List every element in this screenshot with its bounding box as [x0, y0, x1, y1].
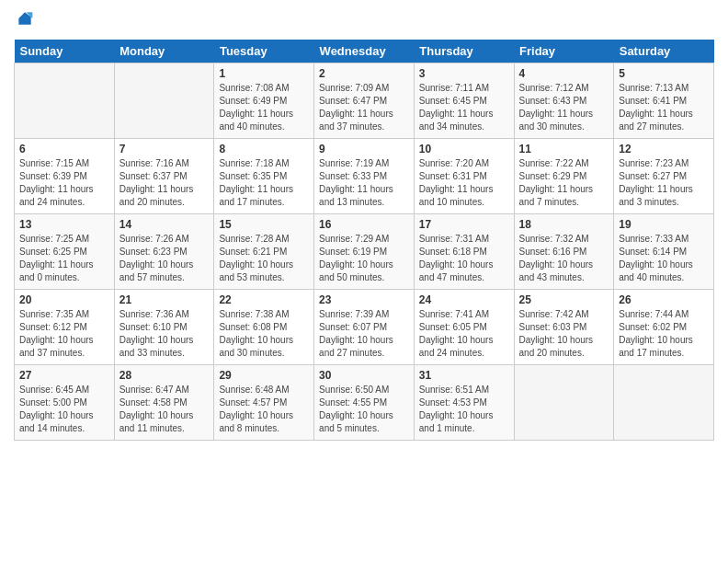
day-info: Sunrise: 7:12 AM Sunset: 6:43 PM Dayligh… [519, 82, 609, 133]
day-info: Sunrise: 7:26 AM Sunset: 6:23 PM Dayligh… [119, 233, 210, 284]
day-number: 23 [319, 293, 409, 306]
calendar-cell: 16Sunrise: 7:29 AM Sunset: 6:19 PM Dayli… [314, 213, 415, 289]
day-info: Sunrise: 7:16 AM Sunset: 6:37 PM Dayligh… [119, 157, 210, 209]
day-info: Sunrise: 7:32 AM Sunset: 6:16 PM Dayligh… [519, 233, 609, 284]
day-number: 12 [619, 143, 709, 155]
day-number: 20 [19, 293, 109, 306]
day-number: 31 [419, 369, 509, 382]
day-number: 27 [19, 369, 109, 382]
logo-line1 [14, 9, 34, 32]
day-info: Sunrise: 7:23 AM Sunset: 6:27 PM Dayligh… [619, 157, 709, 209]
logo-text [14, 9, 34, 32]
calendar-cell: 14Sunrise: 7:26 AM Sunset: 6:23 PM Dayli… [114, 213, 214, 289]
calendar-cell: 19Sunrise: 7:33 AM Sunset: 6:14 PM Dayli… [614, 213, 714, 289]
day-number: 9 [319, 143, 409, 155]
calendar-cell: 17Sunrise: 7:31 AM Sunset: 6:18 PM Dayli… [414, 213, 514, 289]
calendar-cell [514, 364, 614, 440]
day-info: Sunrise: 7:29 AM Sunset: 6:19 PM Dayligh… [319, 233, 409, 284]
day-number: 15 [219, 218, 309, 231]
logo-icon [16, 9, 34, 28]
day-info: Sunrise: 7:08 AM Sunset: 6:49 PM Dayligh… [219, 82, 309, 133]
calendar-week-4: 20Sunrise: 7:35 AM Sunset: 6:12 PM Dayli… [15, 289, 714, 364]
calendar-cell: 8Sunrise: 7:18 AM Sunset: 6:35 PM Daylig… [214, 138, 314, 213]
calendar-cell: 18Sunrise: 7:32 AM Sunset: 6:16 PM Dayli… [514, 213, 614, 289]
day-info: Sunrise: 7:42 AM Sunset: 6:03 PM Dayligh… [519, 308, 609, 360]
day-number: 21 [119, 293, 210, 306]
day-info: Sunrise: 6:47 AM Sunset: 4:58 PM Dayligh… [119, 384, 210, 435]
calendar-cell: 28Sunrise: 6:47 AM Sunset: 4:58 PM Dayli… [114, 364, 214, 440]
day-number: 3 [419, 67, 509, 80]
day-info: Sunrise: 6:48 AM Sunset: 4:57 PM Dayligh… [219, 384, 309, 435]
day-info: Sunrise: 7:41 AM Sunset: 6:05 PM Dayligh… [419, 308, 509, 360]
day-number: 30 [319, 369, 409, 382]
day-info: Sunrise: 6:50 AM Sunset: 4:55 PM Dayligh… [319, 384, 409, 435]
calendar-cell: 23Sunrise: 7:39 AM Sunset: 6:07 PM Dayli… [314, 289, 415, 364]
weekday-header-monday: Monday [114, 40, 214, 63]
day-info: Sunrise: 7:31 AM Sunset: 6:18 PM Dayligh… [419, 233, 509, 284]
day-number: 8 [219, 143, 309, 155]
calendar-week-1: 1Sunrise: 7:08 AM Sunset: 6:49 PM Daylig… [15, 63, 714, 138]
day-number: 16 [319, 218, 409, 231]
day-number: 14 [119, 218, 210, 231]
weekday-header-wednesday: Wednesday [314, 40, 415, 63]
calendar-cell: 9Sunrise: 7:19 AM Sunset: 6:33 PM Daylig… [314, 138, 415, 213]
day-number: 11 [519, 143, 609, 155]
day-number: 22 [219, 293, 309, 306]
weekday-header-thursday: Thursday [414, 40, 514, 63]
calendar-cell: 21Sunrise: 7:36 AM Sunset: 6:10 PM Dayli… [114, 289, 214, 364]
day-number: 18 [519, 218, 609, 231]
calendar-cell: 12Sunrise: 7:23 AM Sunset: 6:27 PM Dayli… [614, 138, 714, 213]
day-number: 28 [119, 369, 210, 382]
calendar-cell: 11Sunrise: 7:22 AM Sunset: 6:29 PM Dayli… [514, 138, 614, 213]
calendar-cell: 13Sunrise: 7:25 AM Sunset: 6:25 PM Dayli… [15, 213, 115, 289]
calendar-cell: 29Sunrise: 6:48 AM Sunset: 4:57 PM Dayli… [214, 364, 314, 440]
weekday-header-row: SundayMondayTuesdayWednesdayThursdayFrid… [15, 40, 714, 63]
day-info: Sunrise: 7:35 AM Sunset: 6:12 PM Dayligh… [19, 308, 109, 360]
day-number: 1 [219, 67, 309, 80]
day-info: Sunrise: 7:36 AM Sunset: 6:10 PM Dayligh… [119, 308, 210, 360]
day-number: 2 [319, 67, 409, 80]
day-info: Sunrise: 7:20 AM Sunset: 6:31 PM Dayligh… [419, 157, 509, 209]
day-info: Sunrise: 7:13 AM Sunset: 6:41 PM Dayligh… [619, 82, 709, 133]
day-number: 19 [619, 218, 709, 231]
day-info: Sunrise: 6:51 AM Sunset: 4:53 PM Dayligh… [419, 384, 509, 435]
day-number: 7 [119, 143, 210, 155]
day-info: Sunrise: 7:28 AM Sunset: 6:21 PM Dayligh… [219, 233, 309, 284]
calendar-cell [614, 364, 714, 440]
day-info: Sunrise: 7:15 AM Sunset: 6:39 PM Dayligh… [19, 157, 109, 209]
day-number: 29 [219, 369, 309, 382]
calendar-cell: 5Sunrise: 7:13 AM Sunset: 6:41 PM Daylig… [614, 63, 714, 138]
calendar-cell: 6Sunrise: 7:15 AM Sunset: 6:39 PM Daylig… [15, 138, 115, 213]
logo [14, 9, 34, 32]
calendar-cell: 31Sunrise: 6:51 AM Sunset: 4:53 PM Dayli… [414, 364, 514, 440]
calendar-cell: 26Sunrise: 7:44 AM Sunset: 6:02 PM Dayli… [614, 289, 714, 364]
day-number: 17 [419, 218, 509, 231]
day-info: Sunrise: 7:19 AM Sunset: 6:33 PM Dayligh… [319, 157, 409, 209]
calendar-cell: 1Sunrise: 7:08 AM Sunset: 6:49 PM Daylig… [214, 63, 314, 138]
day-info: Sunrise: 7:11 AM Sunset: 6:45 PM Dayligh… [419, 82, 509, 133]
calendar-cell: 27Sunrise: 6:45 AM Sunset: 5:00 PM Dayli… [15, 364, 115, 440]
day-info: Sunrise: 7:33 AM Sunset: 6:14 PM Dayligh… [619, 233, 709, 284]
calendar-cell: 4Sunrise: 7:12 AM Sunset: 6:43 PM Daylig… [514, 63, 614, 138]
calendar-week-2: 6Sunrise: 7:15 AM Sunset: 6:39 PM Daylig… [15, 138, 714, 213]
day-number: 5 [619, 67, 709, 80]
calendar-week-5: 27Sunrise: 6:45 AM Sunset: 5:00 PM Dayli… [15, 364, 714, 440]
weekday-header-tuesday: Tuesday [214, 40, 314, 63]
page-container: SundayMondayTuesdayWednesdayThursdayFrid… [0, 0, 728, 450]
day-number: 26 [619, 293, 709, 306]
calendar-cell: 25Sunrise: 7:42 AM Sunset: 6:03 PM Dayli… [514, 289, 614, 364]
weekday-header-saturday: Saturday [614, 40, 714, 63]
day-info: Sunrise: 7:09 AM Sunset: 6:47 PM Dayligh… [319, 82, 409, 133]
day-info: Sunrise: 7:22 AM Sunset: 6:29 PM Dayligh… [519, 157, 609, 209]
calendar-cell: 3Sunrise: 7:11 AM Sunset: 6:45 PM Daylig… [414, 63, 514, 138]
day-info: Sunrise: 6:45 AM Sunset: 5:00 PM Dayligh… [19, 384, 109, 435]
weekday-header-friday: Friday [514, 40, 614, 63]
calendar-cell: 10Sunrise: 7:20 AM Sunset: 6:31 PM Dayli… [414, 138, 514, 213]
day-number: 6 [19, 143, 109, 155]
day-number: 10 [419, 143, 509, 155]
calendar-cell: 24Sunrise: 7:41 AM Sunset: 6:05 PM Dayli… [414, 289, 514, 364]
day-info: Sunrise: 7:25 AM Sunset: 6:25 PM Dayligh… [19, 233, 109, 284]
calendar-cell: 30Sunrise: 6:50 AM Sunset: 4:55 PM Dayli… [314, 364, 415, 440]
calendar-cell [15, 63, 115, 138]
calendar-table: SundayMondayTuesdayWednesdayThursdayFrid… [14, 40, 714, 441]
